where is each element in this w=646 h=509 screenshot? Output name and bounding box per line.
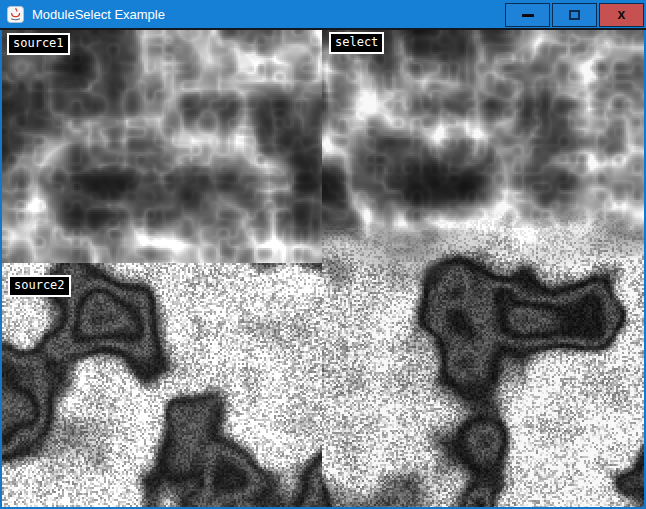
label-source2: source2 <box>8 275 71 297</box>
minimize-icon <box>522 14 534 17</box>
maximize-icon <box>569 10 580 20</box>
label-select: select <box>329 32 384 54</box>
window-controls: x <box>505 3 644 27</box>
source2-noise-image <box>2 263 322 507</box>
label-source1: source1 <box>7 33 70 55</box>
titlebar[interactable]: ModuleSelect Example x <box>0 0 646 30</box>
window-title: ModuleSelect Example <box>32 7 165 22</box>
app-window: ModuleSelect Example x source1 select so… <box>0 0 646 509</box>
close-button[interactable]: x <box>599 3 644 27</box>
close-icon: x <box>618 7 626 21</box>
source1-noise-image <box>2 30 322 264</box>
minimize-button[interactable] <box>505 3 550 27</box>
maximize-button[interactable] <box>552 3 597 27</box>
noise-render-area: source1 select source2 <box>2 30 644 507</box>
java-app-icon <box>7 6 24 23</box>
